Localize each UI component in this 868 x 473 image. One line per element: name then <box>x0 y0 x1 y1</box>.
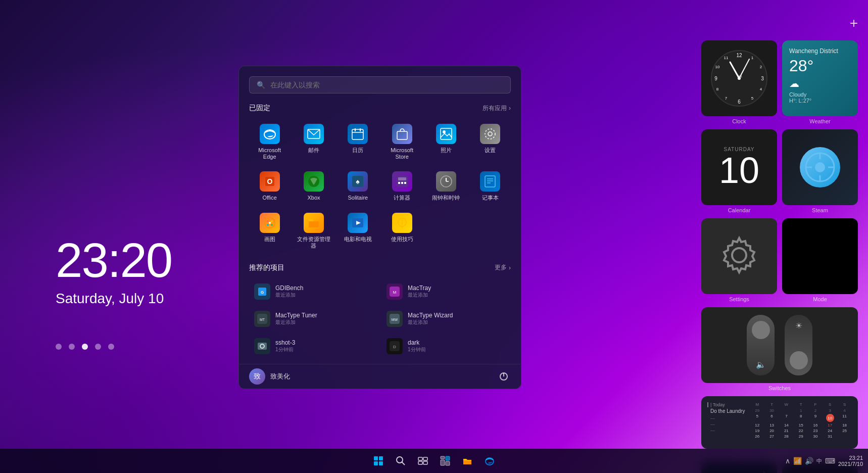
calendar-label: 日历 <box>352 147 363 154</box>
taskbar-edge[interactable] <box>479 451 500 471</box>
taskbar-widgets[interactable] <box>435 451 455 471</box>
switch-volume[interactable]: 🔈 <box>747 315 775 375</box>
app-photos[interactable]: 照片 <box>425 120 466 164</box>
dot-3[interactable] <box>82 344 88 350</box>
steam-widget: Steam <box>782 129 858 213</box>
svg-rect-56 <box>401 182 403 184</box>
settings-gear-icon <box>719 235 759 277</box>
app-mail[interactable]: 邮件 <box>293 120 334 164</box>
dot-1[interactable] <box>56 344 62 350</box>
all-apps-btn[interactable]: 所有应用 › <box>483 104 511 113</box>
svg-point-68 <box>267 224 269 226</box>
mail-label: 邮件 <box>308 147 319 154</box>
taskbar-search[interactable] <box>391 451 411 471</box>
sshot-icon <box>254 338 270 354</box>
store-icon <box>392 124 412 144</box>
svg-point-70 <box>269 222 271 224</box>
steam-widget-label: Steam <box>782 207 858 213</box>
pinned-header: 已固定 所有应用 › <box>249 104 511 113</box>
add-widget-button[interactable]: + <box>850 15 858 31</box>
clock-widget-label: Clock <box>701 118 777 124</box>
app-store[interactable]: Microsoft Store <box>381 120 422 164</box>
rec-dark[interactable]: D dark 1分钟前 <box>381 334 511 358</box>
app-tips[interactable]: 使用技巧 <box>381 209 422 253</box>
taskbar-right: ∧ 📶 🔊 中 ⌨ 23:21 2021/7/10 <box>785 455 863 467</box>
clock-widget: 12 3 6 9 11 1 2 4 5 7 8 10 +1 <box>701 40 777 124</box>
svg-rect-61 <box>485 176 495 187</box>
desktop-date: Saturday, July 10 <box>56 291 164 307</box>
xbox-label: Xbox <box>307 195 320 201</box>
svg-rect-71 <box>309 221 319 227</box>
today-cell: 10 <box>826 414 834 422</box>
search-input[interactable] <box>270 81 503 89</box>
search-bar[interactable]: 🔍 <box>249 76 511 93</box>
pinned-apps-grid: Microsoft Edge 邮件 日历 Microsoft Store 照片 <box>249 120 511 253</box>
calendar-small-widget: SATURDAY 10 Calendar <box>701 129 777 213</box>
calendar-grid: MTWTFSS 29301234 567891011 1213141516171… <box>750 402 852 440</box>
mactype-wizard-icon: MW <box>387 311 403 327</box>
app-paint[interactable]: 画图 <box>249 209 290 253</box>
svg-point-46 <box>488 132 492 136</box>
switch-brightness[interactable]: ☀ <box>785 315 812 375</box>
app-xbox[interactable]: Xbox <box>293 167 334 205</box>
taskbar-time-display[interactable]: 23:21 2021/7/10 <box>838 455 863 467</box>
taskbar-chevron[interactable]: ∧ <box>785 457 790 465</box>
movies-label: 电影和电视 <box>344 236 372 243</box>
rec-gdibench[interactable]: G GDIBench 最近添加 <box>249 279 378 304</box>
volume-icon: 🔈 <box>756 360 766 369</box>
dot-4[interactable] <box>95 344 101 350</box>
user-info[interactable]: 致 致美化 <box>249 368 290 385</box>
svg-rect-103 <box>446 456 450 460</box>
svg-text:11: 11 <box>724 56 729 60</box>
svg-text:O: O <box>267 177 272 185</box>
app-settings[interactable]: 设置 <box>470 120 511 164</box>
rec-sshot[interactable]: sshot-3 1分钟前 <box>249 334 378 358</box>
solitaire-label: Solitaire <box>348 195 368 201</box>
svg-rect-100 <box>418 461 422 464</box>
weather-district: Wancheng District <box>789 48 851 55</box>
weather-range: H°: L:27° <box>789 98 851 104</box>
taskbar-ime[interactable]: 中 <box>816 457 822 465</box>
switches-widget-label: Switches <box>701 385 858 391</box>
more-btn[interactable]: 更多 › <box>495 263 511 272</box>
power-button[interactable] <box>497 369 511 384</box>
app-files[interactable]: 文件资源管理器 <box>293 209 334 253</box>
rec-mactype-wizard[interactable]: MW MacType Wizard 最近添加 <box>381 307 511 331</box>
edge-icon <box>260 124 280 144</box>
app-clock[interactable]: 闹钟和时钟 <box>425 167 466 205</box>
dot-5[interactable] <box>108 344 114 350</box>
app-office[interactable]: O Office <box>249 167 290 205</box>
start-menu: 🔍 已固定 所有应用 › Microsoft Edge 邮件 <box>238 66 521 389</box>
svg-text:D: D <box>393 345 396 349</box>
app-edge[interactable]: Microsoft Edge <box>249 120 290 164</box>
taskbar-volume[interactable]: 🔊 <box>805 457 813 465</box>
cal-date-num: 10 <box>719 152 759 188</box>
files-label: 文件资源管理器 <box>295 236 332 249</box>
app-solitaire[interactable]: ♠ Solitaire <box>337 167 378 205</box>
app-calendar[interactable]: 日历 <box>337 120 378 164</box>
recommended-section: 推荐的项目 更多 › G GDIBench 最近添加 M <box>249 263 511 358</box>
app-notepad[interactable]: 记事本 <box>470 167 511 205</box>
taskbar-fileexplorer[interactable] <box>457 451 477 471</box>
notepad-label: 记事本 <box>482 195 499 201</box>
svg-rect-86 <box>258 343 267 350</box>
app-calc[interactable]: 计算器 <box>381 167 422 205</box>
svg-rect-44 <box>441 128 452 139</box>
svg-rect-55 <box>398 182 400 184</box>
files-icon <box>304 213 324 233</box>
settings-icon <box>480 124 500 144</box>
desktop-clock: 23:20 <box>56 232 172 288</box>
start-button[interactable] <box>368 451 389 471</box>
svg-rect-94 <box>374 461 378 465</box>
app-movies[interactable]: 电影和电视 <box>337 209 378 253</box>
svg-rect-106 <box>463 460 471 464</box>
svg-point-76 <box>401 219 403 221</box>
rec-mactray[interactable]: M MacTray 最近添加 <box>381 279 511 304</box>
taskbar-taskview[interactable] <box>413 451 433 471</box>
rec-mactype-tuner[interactable]: MT MacType Tuner 最近添加 <box>249 307 378 331</box>
dot-2[interactable] <box>69 344 75 350</box>
svg-text:8: 8 <box>716 87 719 91</box>
weather-widget: Wancheng District 28° ☁ Cloudy H°: L:27°… <box>782 40 858 124</box>
svg-point-67 <box>271 220 273 222</box>
mode-icon: ☯ <box>806 239 834 274</box>
